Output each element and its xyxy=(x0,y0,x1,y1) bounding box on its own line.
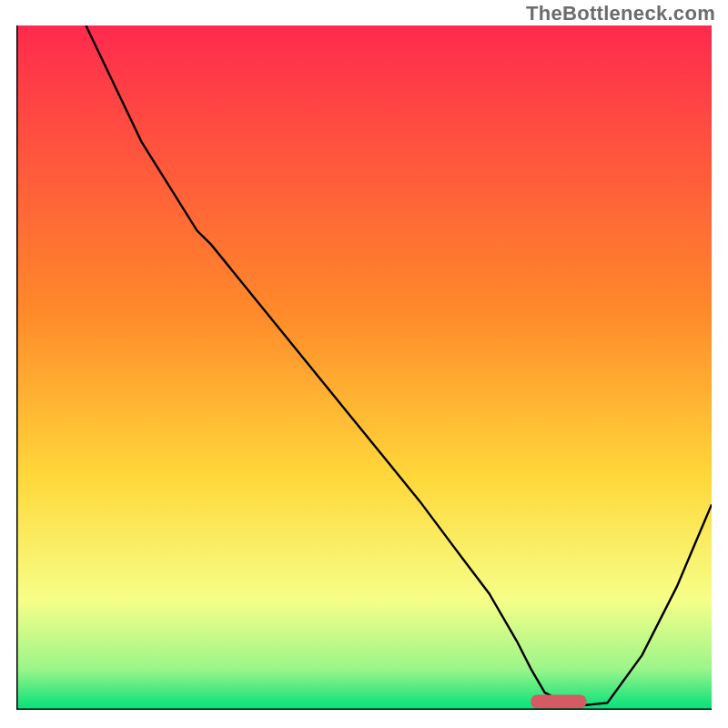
gradient-background xyxy=(16,25,712,710)
bottleneck-chart xyxy=(16,25,712,710)
optimal-marker xyxy=(531,694,586,708)
watermark-text: TheBottleneck.com xyxy=(526,2,715,25)
chart-svg xyxy=(16,25,712,710)
